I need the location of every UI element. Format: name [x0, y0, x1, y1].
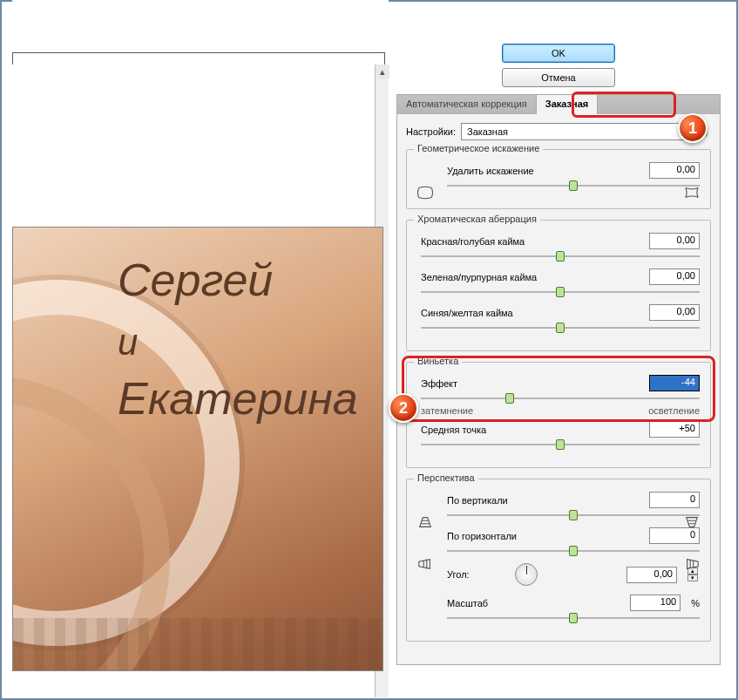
- group-title: Виньетка: [414, 356, 462, 366]
- slider-thumb[interactable]: [569, 180, 578, 191]
- step-down-icon[interactable]: ▾: [687, 574, 698, 581]
- vignette-midpoint-slider[interactable]: [421, 439, 700, 450]
- pincushion-icon: [682, 185, 701, 200]
- group-geometric-distortion: Геометрическое искажение Удалить искажен…: [406, 149, 711, 209]
- persp-horz-left-icon: [416, 556, 435, 572]
- angle-input[interactable]: 0,00: [626, 567, 677, 583]
- group-perspective: Перспектива По вертикали0 По горизонтали…: [406, 479, 711, 642]
- tab-auto-correction[interactable]: Автоматическая коррекция: [397, 95, 536, 114]
- slider-thumb[interactable]: [556, 439, 565, 450]
- preview-text-line: Сергей: [118, 254, 358, 306]
- vignette-midpoint-label: Средняя точка: [421, 425, 569, 435]
- red-cyan-slider[interactable]: [421, 251, 700, 262]
- persp-horz-right-icon: [682, 556, 701, 572]
- slider-thumb[interactable]: [569, 546, 578, 556]
- slider-thumb[interactable]: [556, 287, 565, 297]
- scale-slider[interactable]: [447, 613, 700, 623]
- vignette-sub-light: осветление: [648, 405, 700, 416]
- horizontal-label: По горизонтали: [447, 531, 595, 541]
- scale-label: Масштаб: [447, 598, 595, 608]
- vignette-midpoint-input[interactable]: +50: [649, 421, 700, 438]
- settings-preset-value: Заказная: [467, 126, 508, 137]
- preview-outline: [12, 52, 385, 65]
- persp-vert-bottom-icon: [682, 514, 701, 530]
- slider-thumb[interactable]: [505, 393, 514, 404]
- settings-label: Настройки:: [406, 126, 456, 137]
- persp-vert-top-icon: [416, 514, 435, 530]
- vertical-slider[interactable]: [447, 510, 700, 520]
- slider-thumb[interactable]: [556, 323, 565, 333]
- vignette-effect-input[interactable]: -44: [649, 375, 700, 391]
- horizontal-slider[interactable]: [447, 546, 700, 556]
- annotation-badge-2: 2: [389, 393, 418, 423]
- preview-text: Сергей и Екатерина: [118, 254, 358, 425]
- settings-tabbox: Автоматическая коррекция Заказная Настро…: [396, 94, 721, 665]
- preview-text-line: и: [118, 322, 358, 364]
- scale-input[interactable]: 100: [630, 595, 680, 611]
- scroll-up-icon[interactable]: ▴: [376, 65, 389, 78]
- cancel-button[interactable]: Отмена: [502, 68, 615, 87]
- angle-dial[interactable]: [515, 563, 538, 586]
- preview-top-gap: [12, 0, 389, 2]
- slider-thumb[interactable]: [569, 510, 578, 520]
- green-magenta-label: Зеленая/пурпурная кайма: [421, 272, 569, 282]
- scale-unit: %: [691, 598, 700, 608]
- annotation-badge-1: 1: [678, 113, 708, 143]
- settings-preset-combo[interactable]: Заказная ▾: [461, 123, 690, 140]
- group-title: Хроматическая аберрация: [414, 214, 540, 224]
- preview-area: ▴ Сергей и Екатерина: [12, 52, 389, 697]
- group-vignette: Виньетка Эффект-44 затемнениеосветление …: [406, 362, 711, 468]
- ok-button[interactable]: OK: [502, 44, 615, 63]
- vertical-input[interactable]: 0: [649, 492, 700, 508]
- preview-image: Сергей и Екатерина: [12, 227, 383, 671]
- vignette-effect-label: Эффект: [421, 378, 569, 389]
- remove-distortion-slider[interactable]: [447, 180, 700, 191]
- green-magenta-input[interactable]: 0,00: [649, 268, 700, 285]
- settings-body: Настройки: Заказная ▾ ▤ Геометрическое и…: [397, 114, 720, 664]
- green-magenta-slider[interactable]: [421, 287, 700, 297]
- tab-bar: Автоматическая коррекция Заказная: [397, 95, 720, 114]
- barrel-icon: [416, 185, 435, 200]
- blue-yellow-input[interactable]: 0,00: [649, 304, 700, 321]
- decor-ornament: [13, 618, 383, 670]
- right-panel: OK Отмена 1 Автоматическая коррекция Зак…: [396, 44, 721, 674]
- blue-yellow-slider[interactable]: [421, 323, 700, 333]
- vertical-label: По вертикали: [447, 495, 595, 506]
- slider-thumb[interactable]: [556, 251, 565, 262]
- group-title: Геометрическое искажение: [414, 143, 543, 153]
- group-chromatic-aberration: Хроматическая аберрация Красная/голубая …: [406, 220, 711, 351]
- red-cyan-label: Красная/голубая кайма: [421, 236, 569, 247]
- tab-custom[interactable]: Заказная: [536, 95, 598, 114]
- preview-text-line: Екатерина: [118, 372, 358, 425]
- remove-distortion-label: Удалить искажение: [447, 166, 595, 176]
- remove-distortion-input[interactable]: 0,00: [649, 162, 700, 179]
- blue-yellow-label: Синяя/желтая кайма: [421, 308, 569, 318]
- red-cyan-input[interactable]: 0,00: [649, 233, 700, 249]
- vignette-effect-slider[interactable]: [421, 393, 700, 404]
- slider-thumb[interactable]: [569, 613, 578, 623]
- vignette-sub-dark: затемнение: [421, 405, 473, 416]
- angle-label: Угол:: [447, 569, 499, 580]
- group-title: Перспектива: [414, 472, 478, 483]
